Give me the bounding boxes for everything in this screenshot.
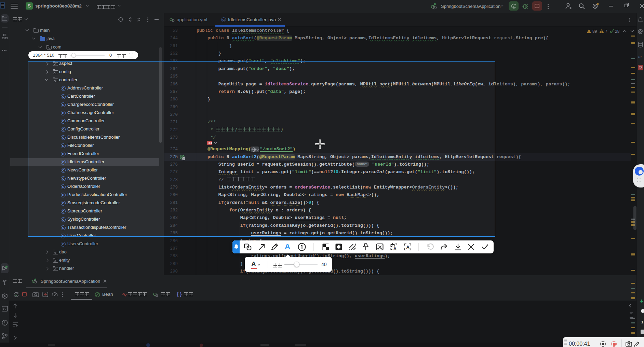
- svg-text:A: A: [393, 246, 397, 251]
- svg-text:A: A: [406, 245, 410, 250]
